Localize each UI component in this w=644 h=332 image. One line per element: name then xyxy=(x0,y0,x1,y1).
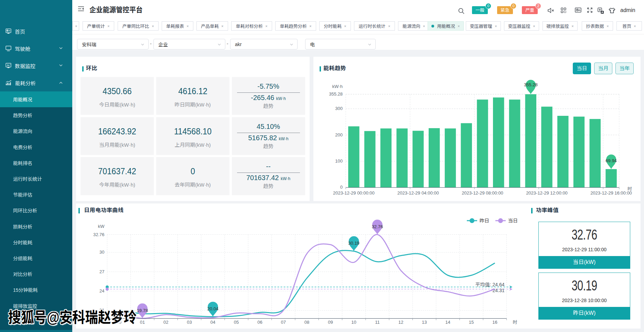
svg-text:01: 01 xyxy=(140,320,145,325)
svg-text:30.19: 30.19 xyxy=(348,241,359,246)
svg-text:昨日: 昨日 xyxy=(480,217,489,224)
svg-text:12: 12 xyxy=(398,320,403,325)
svg-text:05: 05 xyxy=(234,320,239,325)
svg-text:200: 200 xyxy=(335,132,343,137)
svg-text:16: 16 xyxy=(492,320,497,325)
svg-text:06: 06 xyxy=(257,320,262,325)
svg-text:07: 07 xyxy=(281,320,286,325)
svg-text:300: 300 xyxy=(335,106,343,111)
svg-text:时: 时 xyxy=(513,319,517,325)
svg-text:0: 0 xyxy=(340,185,343,190)
svg-text:时: 时 xyxy=(627,185,632,192)
svg-text:355.28: 355.28 xyxy=(329,91,343,97)
svg-text:2023-12-29 04:00:00: 2023-12-29 04:00:00 xyxy=(397,190,439,196)
svg-text:09: 09 xyxy=(328,320,333,325)
svg-text:15: 15 xyxy=(469,320,474,325)
svg-text:24: 24 xyxy=(99,288,104,294)
svg-text:当日: 当日 xyxy=(508,217,518,224)
svg-text:30: 30 xyxy=(99,250,104,255)
svg-text:08: 08 xyxy=(304,320,309,325)
svg-text:kW: kW xyxy=(98,224,105,229)
svg-text:14: 14 xyxy=(446,320,450,325)
svg-text:355.28: 355.28 xyxy=(524,82,538,87)
svg-text:03: 03 xyxy=(187,320,192,325)
svg-text:20.04: 20.04 xyxy=(207,306,219,311)
svg-text:69.94: 69.94 xyxy=(605,158,617,163)
svg-text:24.31: 24.31 xyxy=(493,288,505,293)
svg-text:100: 100 xyxy=(335,158,343,164)
svg-text:27: 27 xyxy=(99,269,104,274)
svg-text:2023-12-29 12:00:00: 2023-12-29 12:00:00 xyxy=(526,190,568,196)
svg-text:32.76: 32.76 xyxy=(93,232,105,237)
svg-text:19.78: 19.78 xyxy=(137,308,148,313)
svg-text:2023-12-29 16:00:00: 2023-12-29 16:00:00 xyxy=(590,190,632,196)
svg-text:kW·h: kW·h xyxy=(332,84,343,89)
svg-text:11: 11 xyxy=(375,320,380,325)
svg-text:2023-12-29 00:00:00: 2023-12-29 00:00:00 xyxy=(333,190,375,196)
svg-text:02: 02 xyxy=(163,320,168,325)
svg-text:2023-12-29 08:00:00: 2023-12-29 08:00:00 xyxy=(462,190,503,196)
svg-text:13: 13 xyxy=(422,320,427,325)
svg-text:平均值: 24.64: 平均值: 24.64 xyxy=(475,281,505,288)
svg-text:10: 10 xyxy=(351,320,356,325)
svg-text:32.76: 32.76 xyxy=(372,224,383,229)
svg-text:04: 04 xyxy=(211,320,215,325)
